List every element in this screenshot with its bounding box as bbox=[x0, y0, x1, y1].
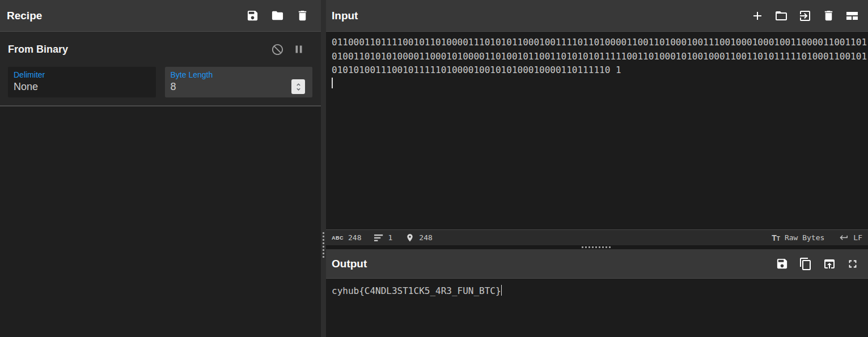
character-encoding-value: Raw Bytes bbox=[785, 233, 824, 242]
replace-input-with-output-icon[interactable] bbox=[823, 257, 836, 271]
recipe-title: Recipe bbox=[7, 10, 42, 22]
delimiter-label: Delimiter bbox=[14, 70, 150, 80]
line-count-value: 1 bbox=[388, 233, 392, 242]
clear-recipe-trash-icon[interactable] bbox=[296, 9, 309, 22]
vertical-splitter[interactable] bbox=[321, 0, 326, 337]
delimiter-select[interactable]: Delimiter None bbox=[8, 67, 156, 97]
save-output-icon[interactable] bbox=[776, 257, 789, 270]
input-cursor bbox=[332, 78, 333, 88]
breakpoint-pause-icon[interactable] bbox=[293, 43, 305, 56]
output-titlebar: Output bbox=[326, 249, 868, 279]
output-text: cyhub{C4NDL3ST1CK5_4R3_FUN_BTC} bbox=[332, 285, 501, 296]
output-title: Output bbox=[332, 258, 367, 270]
open-folder-input-icon[interactable] bbox=[774, 9, 788, 23]
line-count-stat: 1 bbox=[374, 233, 392, 242]
byte-length-stepper[interactable] bbox=[291, 79, 305, 94]
disable-operation-icon[interactable] bbox=[271, 43, 284, 56]
eol-value: LF bbox=[853, 233, 862, 242]
operation-header: From Binary bbox=[0, 32, 321, 67]
open-file-input-icon[interactable] bbox=[798, 9, 812, 23]
recipe-panel: Recipe From Binary bbox=[0, 0, 321, 337]
operation-from-binary[interactable]: From Binary Delimiter None Byte Length bbox=[0, 32, 321, 106]
lines-icon bbox=[374, 234, 383, 242]
vertical-splitter-handle-icon bbox=[323, 232, 324, 258]
char-count-stat: ABC 248 bbox=[332, 233, 361, 242]
input-textarea[interactable]: 0110001101111001011010000111010101100010… bbox=[326, 32, 868, 229]
character-encoding-selector[interactable]: TT Raw Bytes bbox=[772, 233, 824, 242]
horizontal-splitter-handle-icon bbox=[582, 246, 612, 248]
horizontal-splitter[interactable] bbox=[326, 245, 868, 249]
copy-output-icon[interactable] bbox=[799, 257, 812, 271]
delimiter-value: None bbox=[14, 80, 150, 94]
input-statusbar: ABC 248 1 248 TT Raw Bytes LF bbox=[326, 229, 868, 245]
recipe-titlebar: Recipe bbox=[0, 0, 321, 32]
cursor-position-stat: 248 bbox=[405, 233, 432, 242]
maximize-output-icon[interactable] bbox=[846, 258, 859, 270]
operation-args: Delimiter None Byte Length 8 bbox=[0, 67, 321, 105]
recipe-drop-area[interactable] bbox=[0, 106, 321, 337]
add-input-tab-icon[interactable] bbox=[751, 9, 764, 23]
load-recipe-folder-icon[interactable] bbox=[271, 9, 284, 22]
location-pin-icon bbox=[405, 233, 414, 242]
input-text: 0110001101111001011010000111010101100010… bbox=[332, 36, 868, 78]
unfold-more-icon bbox=[294, 82, 303, 92]
operation-name: From Binary bbox=[8, 44, 68, 56]
save-recipe-icon[interactable] bbox=[246, 9, 259, 22]
character-encoding-icon: TT bbox=[772, 233, 780, 242]
eol-selector[interactable]: LF bbox=[839, 233, 862, 242]
return-arrow-icon bbox=[839, 233, 849, 242]
char-count-value: 248 bbox=[348, 233, 361, 242]
reset-pane-layout-icon[interactable] bbox=[845, 9, 859, 23]
output-cursor bbox=[501, 285, 502, 296]
cursor-position-value: 248 bbox=[419, 233, 432, 242]
output-area: cyhub{C4NDL3ST1CK5_4R3_FUN_BTC} bbox=[326, 279, 868, 337]
io-panel: Input 011000110111100101 bbox=[326, 0, 868, 337]
byte-length-label: Byte Length bbox=[171, 70, 307, 80]
input-titlebar: Input bbox=[326, 0, 868, 32]
input-title: Input bbox=[332, 10, 358, 22]
cyberchef-app: Recipe From Binary bbox=[0, 0, 868, 337]
byte-length-value: 8 bbox=[171, 80, 307, 94]
char-count-icon: ABC bbox=[332, 235, 344, 241]
byte-length-input[interactable]: Byte Length 8 bbox=[165, 67, 313, 97]
clear-input-trash-icon[interactable] bbox=[822, 9, 835, 22]
